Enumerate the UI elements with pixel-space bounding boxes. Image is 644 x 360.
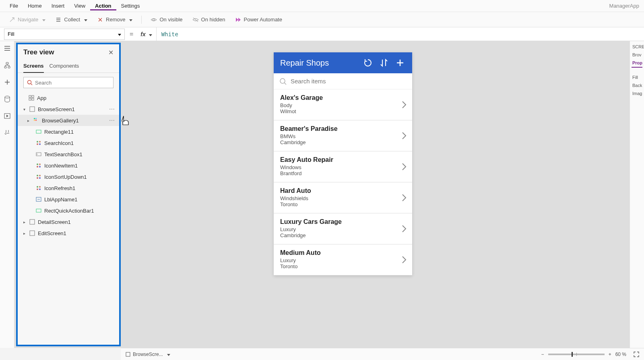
- close-icon[interactable]: ✕: [108, 49, 114, 56]
- list-item[interactable]: Easy Auto RepairWindowsBrantford: [274, 151, 412, 182]
- node-icon-refresh[interactable]: IconRefresh1: [18, 182, 119, 194]
- node-text-search-box[interactable]: TextSearchBox1: [18, 149, 119, 160]
- node-edit-screen[interactable]: ▸ EditScreen1: [18, 228, 119, 239]
- media-icon[interactable]: [2, 111, 12, 121]
- item-subtitle-2: Toronto: [280, 201, 406, 207]
- more-icon[interactable]: ⋯: [109, 117, 115, 124]
- tree-search[interactable]: [23, 77, 114, 88]
- hamburger-icon[interactable]: [2, 43, 12, 53]
- property-label: Fill: [8, 31, 14, 37]
- more-icon[interactable]: ⋯: [109, 106, 115, 112]
- node-rect-quick-action[interactable]: RectQuickActionBar1: [18, 205, 119, 216]
- slider-thumb[interactable]: [572, 352, 573, 357]
- list-item[interactable]: Alex's GarageBodyWilmot: [274, 89, 412, 120]
- item-title: Easy Auto Repair: [280, 156, 406, 163]
- node-gallery[interactable]: ▸ BrowseGallery1 ⋯: [18, 115, 119, 126]
- sort-icon[interactable]: [378, 57, 390, 68]
- menu-bar: File Home Insert View Action Settings Ma…: [0, 0, 644, 12]
- screen-selector[interactable]: BrowseScre...: [126, 352, 170, 357]
- svg-point-28: [37, 177, 38, 179]
- treeview-icon[interactable]: [2, 60, 12, 70]
- node-icon-sort[interactable]: IconSortUpDown1: [18, 171, 119, 182]
- search-icon: [27, 80, 33, 85]
- tab-screens[interactable]: Screens: [23, 60, 44, 73]
- prop-row-fill[interactable]: Fill: [632, 73, 642, 81]
- node-icon-new[interactable]: IconNewItem1: [18, 160, 119, 171]
- svg-rect-9: [29, 98, 31, 100]
- menu-view[interactable]: View: [69, 1, 90, 10]
- tools-icon[interactable]: [2, 128, 12, 138]
- on-hidden-button[interactable]: On hidden: [188, 15, 229, 25]
- list-item[interactable]: Medium AutoLuxuryToronto: [274, 244, 412, 275]
- chevron-right-icon: ▸: [26, 118, 31, 123]
- rectangle-icon: [35, 207, 42, 214]
- item-subtitle-2: Toronto: [280, 263, 406, 269]
- screen-selector-label: BrowseScre...: [133, 352, 163, 357]
- svg-rect-10: [32, 98, 34, 100]
- remove-button[interactable]: Remove: [93, 15, 136, 25]
- gallery-icon: [33, 117, 39, 124]
- svg-rect-16: [36, 130, 41, 133]
- chevron-right-icon: [402, 101, 407, 109]
- navigate-icon: [9, 17, 15, 23]
- refresh-icon[interactable]: [362, 57, 374, 68]
- data-icon[interactable]: [2, 94, 12, 104]
- fit-to-screen-icon[interactable]: [634, 352, 639, 357]
- app-search-bar[interactable]: [274, 73, 412, 89]
- menu-action[interactable]: Action: [90, 1, 116, 10]
- add-icon[interactable]: [394, 57, 406, 68]
- power-automate-button[interactable]: Power Automate: [231, 15, 286, 25]
- node-detail-screen[interactable]: ▸ DetailScreen1: [18, 216, 119, 228]
- tab-components[interactable]: Components: [50, 60, 79, 72]
- zoom-slider[interactable]: [548, 354, 605, 355]
- tree-search-input[interactable]: [35, 80, 110, 86]
- panel-header: SCRE: [632, 43, 642, 51]
- add-icon[interactable]: [2, 77, 12, 87]
- menu-insert[interactable]: Insert: [47, 1, 70, 10]
- zoom-in-button[interactable]: +: [609, 352, 611, 357]
- zoom-out-button[interactable]: −: [541, 352, 544, 357]
- property-dropdown[interactable]: Fill: [4, 29, 125, 40]
- svg-rect-35: [36, 209, 41, 212]
- canvas[interactable]: Repair Shops Alex's GarageBodyWilmotBeam…: [121, 41, 630, 348]
- chevron-down-icon: [165, 352, 170, 357]
- node-search-icon-label: SearchIcon1: [44, 140, 74, 146]
- item-subtitle-2: Cambridge: [280, 232, 406, 238]
- collect-button[interactable]: Collect: [51, 15, 91, 25]
- list-item[interactable]: Hard AutoWindshieldsToronto: [274, 182, 412, 213]
- prop-row-image[interactable]: Imag: [632, 89, 642, 97]
- fx-button[interactable]: fx: [136, 27, 156, 41]
- list-item[interactable]: Luxury Cars GarageLuxuryCambridge: [274, 213, 412, 244]
- item-subtitle-2: Brantford: [280, 170, 406, 176]
- power-automate-icon: [235, 17, 242, 23]
- status-bar: BrowseScre... − + 60 %: [121, 348, 644, 360]
- remove-icon: [97, 17, 103, 23]
- divider: [141, 16, 142, 24]
- list-item[interactable]: Beamer's ParadiseBMWsCambridge: [274, 120, 412, 151]
- tab-properties[interactable]: Prop: [632, 59, 642, 68]
- screen-icon: [29, 106, 35, 112]
- node-rectangle[interactable]: Rectangle11: [18, 126, 119, 137]
- node-app[interactable]: App: [18, 92, 119, 103]
- node-search-icon[interactable]: SearchIcon1: [18, 137, 119, 149]
- node-lbl-app-name[interactable]: LblAppName1: [18, 194, 119, 205]
- node-gallery-label: BrowseGallery1: [42, 118, 79, 124]
- menu-settings[interactable]: Settings: [116, 1, 145, 10]
- power-automate-label: Power Automate: [244, 17, 282, 23]
- panel-name: Brov: [632, 51, 642, 59]
- screen-icon: [29, 219, 35, 225]
- node-icon-new-label: IconNewItem1: [44, 163, 78, 169]
- svg-rect-11: [30, 107, 35, 112]
- svg-point-27: [39, 175, 41, 176]
- app-search-input[interactable]: [291, 78, 407, 85]
- menu-file[interactable]: File: [5, 1, 23, 10]
- prop-row-background[interactable]: Back: [632, 81, 642, 89]
- formula-input[interactable]: White: [157, 31, 178, 37]
- navigate-label: Navigate: [18, 17, 38, 23]
- navigate-button[interactable]: Navigate: [5, 15, 50, 25]
- remove-label: Remove: [106, 17, 125, 23]
- node-browse-screen[interactable]: ▾ BrowseScreen1 ⋯: [18, 103, 119, 115]
- on-visible-button[interactable]: On visible: [147, 15, 186, 25]
- menu-home[interactable]: Home: [23, 1, 47, 10]
- screen-icon: [29, 230, 35, 236]
